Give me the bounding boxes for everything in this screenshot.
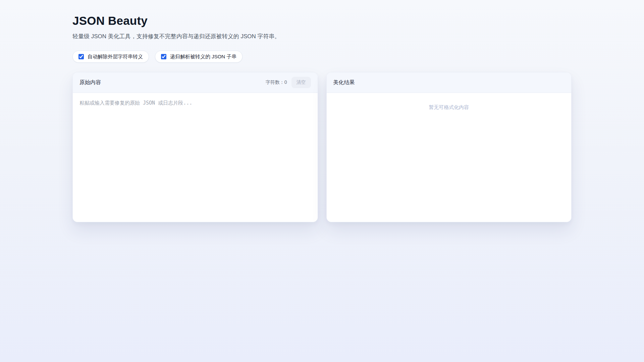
source-panel: 原始内容 字符数：0 清空 [72, 72, 318, 222]
result-panel-body: 暂无可格式化内容 [327, 93, 572, 222]
auto-unescape-checkbox[interactable] [78, 54, 84, 59]
char-count-label: 字符数： [266, 79, 284, 85]
result-panel-header: 美化结果 [327, 72, 572, 93]
char-count: 字符数：0 [266, 79, 287, 85]
option-recursive-parse-escaped-json[interactable]: 递归解析被转义的 JSON 子串 [155, 51, 243, 63]
main-container: JSON Beauty 轻量级 JSON 美化工具，支持修复不完整内容与递归还原… [72, 0, 572, 222]
char-count-value: 0 [284, 79, 287, 85]
result-empty-state-text: 暂无可格式化内容 [327, 104, 572, 111]
source-panel-header: 原始内容 字符数：0 清空 [73, 72, 318, 93]
result-panel-title: 美化结果 [333, 79, 355, 86]
source-input[interactable] [73, 93, 318, 222]
options-row: 自动解除外层字符串转义 递归解析被转义的 JSON 子串 [72, 51, 572, 63]
source-panel-header-right: 字符数：0 清空 [266, 77, 311, 88]
recursive-parse-checkbox[interactable] [161, 54, 166, 59]
option-recursive-parse-label: 递归解析被转义的 JSON 子串 [170, 54, 236, 60]
clear-button[interactable]: 清空 [291, 77, 311, 88]
panels-row: 原始内容 字符数：0 清空 美化结果 暂无可格式化内容 [72, 72, 572, 222]
source-panel-title: 原始内容 [79, 79, 101, 86]
page-title: JSON Beauty [72, 14, 572, 27]
option-auto-unescape-label: 自动解除外层字符串转义 [88, 54, 143, 60]
page-subtitle: 轻量级 JSON 美化工具，支持修复不完整内容与递归还原被转义的 JSON 字符… [72, 33, 572, 40]
option-auto-unescape-outer-string[interactable]: 自动解除外层字符串转义 [72, 51, 149, 63]
source-panel-body [73, 93, 318, 222]
result-panel: 美化结果 暂无可格式化内容 [326, 72, 572, 222]
